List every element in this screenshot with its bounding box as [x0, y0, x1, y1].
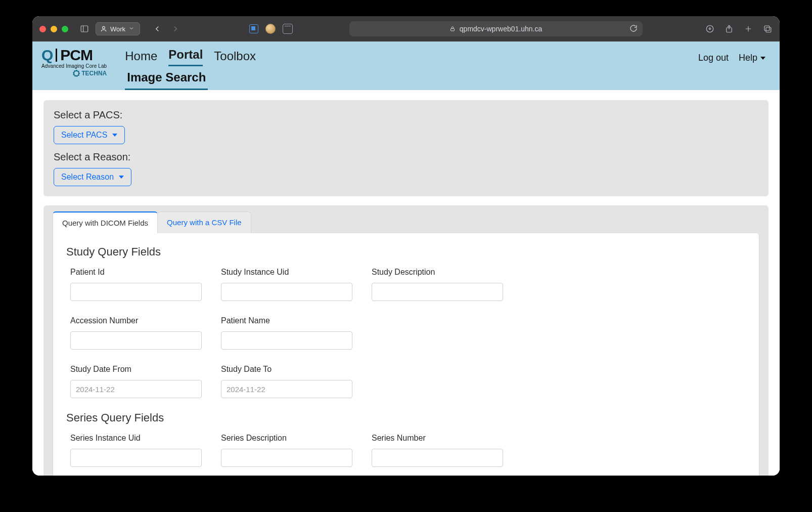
window-controls	[39, 26, 68, 32]
input-accession-number[interactable]	[70, 331, 202, 350]
sidebar-toggle-icon[interactable]	[79, 24, 89, 34]
content: Select a PACS: Select PACS Select a Reas…	[32, 90, 780, 476]
reload-icon[interactable]	[629, 24, 638, 34]
label-patient-name: Patient Name	[221, 316, 357, 325]
svg-rect-8	[764, 26, 770, 31]
tab-content: Study Query Fields Patient Id Study Inst…	[53, 233, 759, 476]
nav-portal[interactable]: Portal	[168, 48, 203, 66]
field-study-description: Study Description	[372, 268, 508, 301]
input-study-instance-uid[interactable]	[221, 283, 352, 301]
tab-dicom-fields[interactable]: Query with DICOM Fields	[53, 211, 158, 233]
back-button[interactable]	[150, 22, 164, 35]
logo-top: Q PCM	[41, 48, 107, 63]
field-study-instance-uid: Study Instance Uid	[221, 268, 357, 301]
logo-pcm: PCM	[60, 48, 93, 63]
label-series-number: Series Number	[372, 434, 508, 443]
input-series-number[interactable]	[372, 449, 503, 467]
close-window-icon[interactable]	[39, 26, 46, 32]
logo-brand-text: TECHNA	[81, 70, 107, 76]
label-study-description: Study Description	[372, 268, 508, 277]
select-pacs-button-label: Select PACS	[61, 131, 107, 140]
select-pacs-label: Select a PACS:	[54, 109, 758, 121]
input-patient-name[interactable]	[221, 331, 352, 350]
help-dropdown[interactable]: Help	[739, 53, 765, 63]
query-tabs-panel: Query with DICOM Fields Query with a CSV…	[43, 205, 769, 476]
browser-toolbar: Work qpmdcv-wprweb01.uhn.ca	[32, 16, 780, 41]
field-series-number: Series Number	[372, 434, 508, 467]
site-favicon-icon[interactable]	[265, 24, 276, 34]
input-series-instance-uid[interactable]	[70, 449, 202, 467]
logo-subtitle: Advanced Imaging Core Lab	[41, 64, 107, 69]
downloads-icon[interactable]	[705, 24, 715, 34]
address-bar[interactable]: qpmdcv-wprweb01.uhn.ca	[349, 21, 643, 36]
url-host: qpmdcv-wprweb01.uhn.ca	[460, 25, 542, 33]
input-study-date-to[interactable]	[221, 380, 352, 398]
toolbar-right	[705, 24, 773, 34]
tabs-bar: Query with DICOM Fields Query with a CSV…	[43, 205, 769, 233]
select-reason-label: Select a Reason:	[54, 151, 758, 163]
label-study-date-to: Study Date To	[221, 365, 357, 374]
minimize-window-icon[interactable]	[51, 26, 57, 32]
label-study-instance-uid: Study Instance Uid	[221, 268, 357, 277]
nav-toolbox[interactable]: Toolbox	[214, 49, 256, 66]
svg-point-2	[103, 26, 105, 29]
caret-down-icon	[119, 176, 124, 179]
gear-icon	[73, 70, 79, 76]
nav-image-search[interactable]: Image Search	[125, 68, 208, 90]
share-icon[interactable]	[724, 24, 734, 34]
field-study-date-to: Study Date To	[221, 365, 357, 398]
label-study-date-from: Study Date From	[70, 365, 207, 374]
svg-rect-9	[766, 27, 771, 32]
select-pacs-button[interactable]: Select PACS	[54, 126, 125, 144]
fullscreen-window-icon[interactable]	[62, 26, 68, 32]
header-right: Log out Help	[698, 46, 771, 63]
page-doc-icon[interactable]	[249, 24, 258, 33]
label-series-description: Series Description	[221, 434, 357, 443]
label-accession-number: Accession Number	[70, 316, 207, 325]
tab-csv-label: Query with a CSV File	[167, 218, 242, 227]
field-study-date-from: Study Date From	[70, 365, 207, 398]
help-label: Help	[739, 53, 757, 63]
page-viewport: Q PCM Advanced Imaging Core Lab TECHNA H…	[32, 41, 780, 476]
browser-window: Work qpmdcv-wprweb01.uhn.ca	[32, 16, 780, 476]
nav-home[interactable]: Home	[125, 49, 157, 66]
field-series-description: Series Description	[221, 434, 357, 467]
chevron-down-icon	[128, 25, 134, 33]
page-scroll[interactable]: Q PCM Advanced Imaging Core Lab TECHNA H…	[32, 41, 780, 476]
input-study-description[interactable]	[372, 283, 503, 301]
series-heading: Series Query Fields	[66, 411, 746, 424]
input-series-description[interactable]	[221, 449, 352, 467]
new-tab-icon[interactable]	[743, 24, 753, 34]
svg-rect-0	[81, 26, 88, 32]
app-header: Q PCM Advanced Imaging Core Lab TECHNA H…	[32, 41, 780, 90]
label-series-instance-uid: Series Instance Uid	[70, 434, 207, 443]
field-series-instance-uid: Series Instance Uid	[70, 434, 207, 467]
input-patient-id[interactable]	[70, 283, 202, 301]
logo-brand: TECHNA	[41, 70, 107, 76]
caret-down-icon	[112, 134, 117, 137]
label-patient-id: Patient Id	[70, 268, 207, 277]
svg-rect-3	[450, 29, 454, 31]
logo-divider	[56, 49, 57, 62]
primary-nav: Home Portal Toolbox Image Search	[125, 46, 256, 90]
field-patient-id: Patient Id	[70, 268, 207, 301]
lock-icon	[449, 26, 456, 32]
logo-q: Q	[41, 48, 53, 63]
caret-down-icon	[760, 57, 765, 60]
profile-switcher[interactable]: Work	[96, 22, 140, 35]
app-logo[interactable]: Q PCM Advanced Imaging Core Lab TECHNA	[41, 46, 107, 76]
privacy-report-icon[interactable]	[283, 24, 293, 34]
nav-arrows	[150, 22, 183, 35]
input-study-date-from[interactable]	[70, 380, 202, 398]
tab-csv-file[interactable]: Query with a CSV File	[157, 211, 251, 233]
field-accession-number: Accession Number	[70, 316, 207, 350]
profile-label: Work	[110, 25, 125, 33]
forward-button[interactable]	[168, 22, 183, 35]
logout-link[interactable]: Log out	[698, 53, 729, 63]
person-icon	[100, 25, 107, 32]
tab-overview-icon[interactable]	[762, 24, 773, 34]
toolbar-extras	[249, 24, 293, 34]
field-patient-name: Patient Name	[221, 316, 357, 350]
select-reason-button[interactable]: Select Reason	[54, 168, 131, 186]
tab-dicom-label: Query with DICOM Fields	[62, 219, 148, 227]
